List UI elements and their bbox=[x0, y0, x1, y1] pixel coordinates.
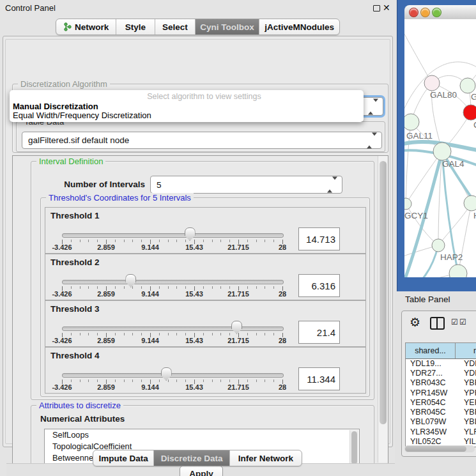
tab-label: jActiveMNodules bbox=[265, 22, 334, 32]
scrollbar-thumb[interactable] bbox=[380, 161, 387, 424]
slider-track[interactable] bbox=[62, 233, 284, 238]
traffic-light-zoom[interactable] bbox=[432, 8, 441, 17]
table-row[interactable]: YBR043CYBR0 bbox=[406, 378, 476, 388]
cell-name: YIL0 bbox=[459, 437, 476, 446]
tab-network[interactable]: Network bbox=[56, 19, 116, 35]
group-title: Attributes to discretize bbox=[36, 401, 123, 410]
group-title: Discretization Algorithm bbox=[18, 79, 110, 89]
table-row[interactable]: YBR045CYBR0 bbox=[406, 407, 476, 417]
network-node[interactable] bbox=[449, 265, 467, 277]
number-of-intervals-combobox[interactable]: 5 bbox=[150, 176, 342, 194]
combo-spinner bbox=[327, 180, 337, 190]
tab-infer-network[interactable]: Infer Network bbox=[230, 450, 302, 466]
threshold-label: Threshold 1 bbox=[50, 211, 100, 220]
group-title: Threshold's Coordinates for 5 Intervals bbox=[46, 193, 194, 203]
number-of-intervals-label: Number of Intervals bbox=[43, 180, 145, 189]
threshold-value-field[interactable]: 6.316 bbox=[298, 274, 340, 297]
dropdown-item-manual-discretization[interactable]: Manual Discretization bbox=[13, 102, 98, 111]
tab-label: Impute Data bbox=[99, 454, 148, 463]
float-window-icon[interactable] bbox=[373, 5, 380, 12]
node-label: GAL11 bbox=[406, 131, 433, 141]
spinner-up-icon[interactable] bbox=[327, 180, 332, 193]
checkbox-icon[interactable]: ☑ bbox=[451, 318, 458, 326]
cell-shared-name: YDR27... bbox=[406, 369, 459, 378]
table-row[interactable]: YDL19...YDL1 bbox=[406, 358, 476, 368]
traffic-light-minimize[interactable] bbox=[420, 8, 430, 17]
settings-scrollpane: Interval Definition Number of Intervals … bbox=[12, 155, 388, 464]
slider-track[interactable] bbox=[62, 280, 284, 284]
network-node[interactable] bbox=[404, 114, 419, 130]
tick-label: 9.144 bbox=[141, 383, 159, 391]
table-row[interactable]: YLR345WYLR3 bbox=[406, 427, 476, 436]
tick-label: -3.426 bbox=[52, 337, 72, 344]
tab-jactivemnodules[interactable]: jActiveMNodules bbox=[259, 19, 339, 35]
group-title: Interval Definition bbox=[36, 157, 105, 166]
scrollbar-thumb[interactable] bbox=[351, 431, 357, 464]
network-node[interactable] bbox=[463, 105, 476, 120]
cell-name: YLR3 bbox=[459, 427, 476, 436]
numerical-attributes-label: Numerical Attributes bbox=[40, 414, 125, 424]
threshold-value-field[interactable]: 11.344 bbox=[298, 367, 340, 390]
table-data-combobox[interactable]: galFiltered.sif default node bbox=[22, 132, 382, 149]
network-node[interactable] bbox=[404, 198, 411, 210]
tab-select[interactable]: Select bbox=[155, 19, 196, 35]
tick-label: 21.715 bbox=[227, 290, 249, 298]
dropdown-item-equal-width[interactable]: Equal Width/Frequency Discretization bbox=[13, 111, 151, 120]
slider-thumb[interactable] bbox=[161, 367, 172, 381]
threshold-label: Threshold 4 bbox=[50, 351, 100, 360]
list-item[interactable]: SelfLoops bbox=[45, 429, 359, 441]
network-canvas[interactable]: GAL80GCGAL11GAL4GCY1HHAP2 bbox=[404, 19, 476, 277]
table-row[interactable]: YER054CYER0 bbox=[406, 397, 476, 407]
network-node[interactable] bbox=[464, 196, 476, 211]
table-horizontal-scrollbar[interactable] bbox=[404, 445, 475, 452]
threshold-label: Threshold 2 bbox=[50, 257, 100, 267]
slider-thumb[interactable] bbox=[185, 227, 196, 241]
network-node[interactable] bbox=[460, 78, 475, 93]
gear-icon[interactable]: ⚙ bbox=[410, 315, 420, 330]
apply-button[interactable]: Apply bbox=[180, 466, 223, 476]
tick-label: 21.715 bbox=[227, 383, 249, 391]
table-header-row: shared... n bbox=[406, 343, 476, 359]
pane-scrollbar[interactable] bbox=[378, 156, 388, 463]
node-attribute-table: shared... n YDL19...YDL1YDR27...YDR2YBR0… bbox=[405, 342, 476, 447]
top-tab-bar: Network Style Select Cyni Toolbox jActiv… bbox=[56, 19, 340, 35]
cell-shared-name: YIL052C bbox=[406, 437, 459, 446]
close-icon[interactable]: ✕ bbox=[383, 3, 390, 13]
slider-track[interactable] bbox=[62, 373, 284, 378]
network-window-titlebar[interactable] bbox=[404, 5, 476, 20]
table-row[interactable]: YBL079WYBL0 bbox=[406, 417, 476, 427]
control-panel-titlebar: Control Panel ✕ bbox=[0, 0, 395, 15]
column-header-shared-name[interactable]: shared... bbox=[406, 343, 456, 358]
column-header-name[interactable]: n bbox=[456, 343, 476, 358]
tab-impute-data[interactable]: Impute Data bbox=[93, 450, 154, 466]
traffic-light-close[interactable] bbox=[409, 8, 418, 17]
network-node[interactable] bbox=[433, 142, 451, 160]
spinner-up-icon[interactable] bbox=[368, 102, 373, 114]
tab-style[interactable]: Style bbox=[116, 19, 155, 35]
list-scrollbar[interactable] bbox=[349, 430, 358, 464]
slider-thumb[interactable] bbox=[125, 274, 136, 288]
tab-cyni-toolbox[interactable]: Cyni Toolbox bbox=[196, 19, 259, 35]
tick-label: 2.859 bbox=[97, 243, 115, 251]
tab-discretize-data[interactable]: Discretize Data bbox=[154, 450, 229, 466]
spinner-down-icon[interactable] bbox=[373, 98, 378, 111]
columns-icon[interactable] bbox=[430, 317, 445, 330]
network-node[interactable] bbox=[432, 239, 445, 252]
spinner-up-icon[interactable] bbox=[367, 135, 372, 148]
tick-label: 2.859 bbox=[97, 290, 115, 298]
threshold-value-field[interactable]: 21.4 bbox=[298, 321, 340, 344]
spinner-down-icon[interactable] bbox=[372, 132, 377, 145]
bottom-tab-bar: Impute Data Discretize Data Infer Networ… bbox=[93, 450, 302, 466]
checkbox-icon[interactable]: ☑ bbox=[459, 318, 466, 326]
dropdown-hint-item[interactable]: Select algorithm to view settings bbox=[10, 92, 364, 101]
threshold-value-field[interactable]: 14.713 bbox=[298, 227, 340, 250]
network-node[interactable] bbox=[424, 75, 440, 91]
table-row[interactable]: YDR27...YDR2 bbox=[406, 368, 476, 378]
slider-thumb[interactable] bbox=[231, 321, 242, 334]
tick-label: 9.144 bbox=[141, 290, 159, 298]
table-panel: ⚙ ☑ ☑ shared... n YDL19...YDL1YDR27...YD… bbox=[401, 311, 476, 457]
spinner-down-icon[interactable] bbox=[332, 177, 337, 190]
scrollbar-thumb[interactable] bbox=[405, 446, 466, 452]
slider-track[interactable] bbox=[62, 326, 284, 331]
table-row[interactable]: YPR145WYPR1 bbox=[406, 388, 476, 397]
